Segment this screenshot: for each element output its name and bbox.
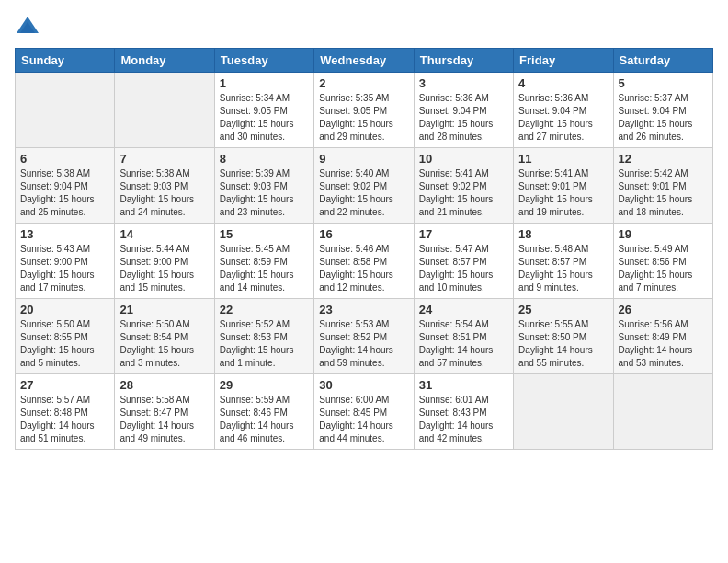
calendar-day-cell: 20Sunrise: 5:50 AM Sunset: 8:55 PM Dayli…: [16, 299, 115, 374]
calendar-week-row: 1Sunrise: 5:34 AM Sunset: 9:05 PM Daylig…: [16, 73, 713, 148]
calendar-day-cell: 29Sunrise: 5:59 AM Sunset: 8:46 PM Dayli…: [214, 374, 313, 450]
day-of-week-header: Wednesday: [314, 49, 414, 73]
day-number: 12: [619, 152, 708, 166]
day-number: 27: [20, 378, 109, 392]
day-number: 29: [220, 378, 309, 392]
calendar-day-cell: 10Sunrise: 5:41 AM Sunset: 9:02 PM Dayli…: [414, 148, 513, 224]
calendar-day-cell: [16, 73, 115, 148]
day-info: Sunrise: 5:40 AM Sunset: 9:02 PM Dayligh…: [319, 167, 408, 219]
day-number: 6: [20, 152, 109, 166]
calendar-day-cell: 1Sunrise: 5:34 AM Sunset: 9:05 PM Daylig…: [214, 73, 313, 148]
day-info: Sunrise: 5:34 AM Sunset: 9:05 PM Dayligh…: [220, 92, 309, 144]
day-of-week-header: Sunday: [16, 49, 115, 73]
day-number: 22: [220, 303, 309, 316]
calendar-table: SundayMondayTuesdayWednesdayThursdayFrid…: [15, 48, 713, 450]
day-info: Sunrise: 5:46 AM Sunset: 8:58 PM Dayligh…: [319, 243, 408, 294]
day-info: Sunrise: 5:35 AM Sunset: 9:05 PM Dayligh…: [319, 92, 408, 144]
day-number: 13: [20, 227, 109, 241]
calendar-day-cell: 24Sunrise: 5:54 AM Sunset: 8:51 PM Dayli…: [414, 299, 513, 374]
day-info: Sunrise: 5:56 AM Sunset: 8:49 PM Dayligh…: [619, 318, 708, 370]
day-number: 8: [220, 152, 309, 166]
day-info: Sunrise: 5:42 AM Sunset: 9:01 PM Dayligh…: [619, 167, 708, 219]
calendar-week-row: 6Sunrise: 5:38 AM Sunset: 9:04 PM Daylig…: [16, 148, 713, 224]
calendar-day-cell: 25Sunrise: 5:55 AM Sunset: 8:50 PM Dayli…: [514, 299, 613, 374]
day-number: 14: [119, 227, 209, 241]
day-number: 28: [119, 378, 209, 392]
day-number: 11: [518, 152, 608, 166]
day-number: 30: [319, 378, 408, 392]
day-number: 19: [619, 227, 708, 241]
day-info: Sunrise: 5:36 AM Sunset: 9:04 PM Dayligh…: [419, 92, 508, 144]
day-info: Sunrise: 5:37 AM Sunset: 9:04 PM Dayligh…: [619, 92, 708, 144]
calendar-day-cell: 14Sunrise: 5:44 AM Sunset: 9:00 PM Dayli…: [115, 224, 214, 299]
calendar-day-cell: [514, 374, 613, 450]
day-info: Sunrise: 6:01 AM Sunset: 8:43 PM Dayligh…: [419, 394, 508, 445]
calendar-week-row: 13Sunrise: 5:43 AM Sunset: 9:00 PM Dayli…: [16, 224, 713, 299]
day-info: Sunrise: 5:50 AM Sunset: 8:55 PM Dayligh…: [20, 318, 109, 370]
day-number: 7: [119, 152, 209, 166]
day-number: 15: [220, 227, 309, 241]
logo-icon: [15, 15, 40, 40]
calendar-week-row: 27Sunrise: 5:57 AM Sunset: 8:48 PM Dayli…: [16, 374, 713, 450]
day-number: 23: [319, 303, 408, 316]
calendar-day-cell: 8Sunrise: 5:39 AM Sunset: 9:03 PM Daylig…: [214, 148, 313, 224]
day-of-week-header: Thursday: [414, 49, 513, 73]
day-of-week-header: Saturday: [613, 49, 712, 73]
day-info: Sunrise: 5:57 AM Sunset: 8:48 PM Dayligh…: [20, 394, 109, 445]
calendar-day-cell: 22Sunrise: 5:52 AM Sunset: 8:53 PM Dayli…: [214, 299, 313, 374]
day-number: 25: [518, 303, 608, 316]
day-info: Sunrise: 5:49 AM Sunset: 8:56 PM Dayligh…: [619, 243, 708, 294]
day-number: 24: [419, 303, 508, 316]
calendar-day-cell: 30Sunrise: 6:00 AM Sunset: 8:45 PM Dayli…: [314, 374, 414, 450]
day-of-week-header: Friday: [514, 49, 613, 73]
calendar-day-cell: 7Sunrise: 5:38 AM Sunset: 9:03 PM Daylig…: [115, 148, 214, 224]
day-info: Sunrise: 5:45 AM Sunset: 8:59 PM Dayligh…: [220, 243, 309, 294]
calendar-day-cell: 26Sunrise: 5:56 AM Sunset: 8:49 PM Dayli…: [613, 299, 712, 374]
calendar-day-cell: 5Sunrise: 5:37 AM Sunset: 9:04 PM Daylig…: [613, 73, 712, 148]
day-info: Sunrise: 5:59 AM Sunset: 8:46 PM Dayligh…: [220, 394, 309, 445]
day-number: 1: [220, 76, 309, 90]
day-number: 16: [319, 227, 408, 241]
day-number: 5: [619, 76, 708, 90]
calendar-header-row: SundayMondayTuesdayWednesdayThursdayFrid…: [16, 49, 713, 73]
calendar-day-cell: 9Sunrise: 5:40 AM Sunset: 9:02 PM Daylig…: [314, 148, 414, 224]
calendar-day-cell: 15Sunrise: 5:45 AM Sunset: 8:59 PM Dayli…: [214, 224, 313, 299]
day-number: 4: [518, 76, 608, 90]
day-of-week-header: Tuesday: [214, 49, 313, 73]
day-info: Sunrise: 5:58 AM Sunset: 8:47 PM Dayligh…: [119, 394, 209, 445]
day-info: Sunrise: 5:41 AM Sunset: 9:01 PM Dayligh…: [518, 167, 608, 219]
calendar-day-cell: 6Sunrise: 5:38 AM Sunset: 9:04 PM Daylig…: [16, 148, 115, 224]
day-info: Sunrise: 5:44 AM Sunset: 9:00 PM Dayligh…: [119, 243, 209, 294]
day-number: 26: [619, 303, 708, 316]
day-info: Sunrise: 5:50 AM Sunset: 8:54 PM Dayligh…: [119, 318, 209, 370]
day-info: Sunrise: 5:43 AM Sunset: 9:00 PM Dayligh…: [20, 243, 109, 294]
day-info: Sunrise: 5:39 AM Sunset: 9:03 PM Dayligh…: [220, 167, 309, 219]
day-of-week-header: Monday: [115, 49, 214, 73]
calendar-day-cell: [115, 73, 214, 148]
calendar-day-cell: 3Sunrise: 5:36 AM Sunset: 9:04 PM Daylig…: [414, 73, 513, 148]
logo: [15, 15, 44, 40]
day-number: 18: [518, 227, 608, 241]
calendar-day-cell: 21Sunrise: 5:50 AM Sunset: 8:54 PM Dayli…: [115, 299, 214, 374]
day-info: Sunrise: 6:00 AM Sunset: 8:45 PM Dayligh…: [319, 394, 408, 445]
calendar-day-cell: 2Sunrise: 5:35 AM Sunset: 9:05 PM Daylig…: [314, 73, 414, 148]
calendar-day-cell: 27Sunrise: 5:57 AM Sunset: 8:48 PM Dayli…: [16, 374, 115, 450]
calendar-day-cell: 23Sunrise: 5:53 AM Sunset: 8:52 PM Dayli…: [314, 299, 414, 374]
calendar-day-cell: 28Sunrise: 5:58 AM Sunset: 8:47 PM Dayli…: [115, 374, 214, 450]
day-number: 20: [20, 303, 109, 316]
calendar-day-cell: 19Sunrise: 5:49 AM Sunset: 8:56 PM Dayli…: [613, 224, 712, 299]
day-info: Sunrise: 5:55 AM Sunset: 8:50 PM Dayligh…: [518, 318, 608, 370]
day-info: Sunrise: 5:38 AM Sunset: 9:04 PM Dayligh…: [20, 167, 109, 219]
day-number: 3: [419, 76, 508, 90]
calendar-week-row: 20Sunrise: 5:50 AM Sunset: 8:55 PM Dayli…: [16, 299, 713, 374]
day-info: Sunrise: 5:47 AM Sunset: 8:57 PM Dayligh…: [419, 243, 508, 294]
calendar-day-cell: 13Sunrise: 5:43 AM Sunset: 9:00 PM Dayli…: [16, 224, 115, 299]
day-number: 17: [419, 227, 508, 241]
day-number: 31: [419, 378, 508, 392]
day-info: Sunrise: 5:53 AM Sunset: 8:52 PM Dayligh…: [319, 318, 408, 370]
day-number: 9: [319, 152, 408, 166]
day-info: Sunrise: 5:36 AM Sunset: 9:04 PM Dayligh…: [518, 92, 608, 144]
calendar-day-cell: 11Sunrise: 5:41 AM Sunset: 9:01 PM Dayli…: [514, 148, 613, 224]
day-info: Sunrise: 5:52 AM Sunset: 8:53 PM Dayligh…: [220, 318, 309, 370]
calendar-day-cell: 17Sunrise: 5:47 AM Sunset: 8:57 PM Dayli…: [414, 224, 513, 299]
